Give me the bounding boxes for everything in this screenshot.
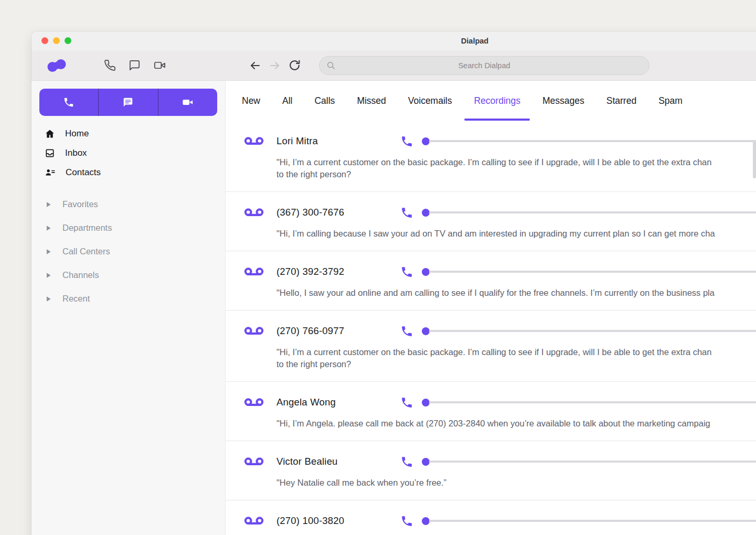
toolbar-actions — [104, 59, 166, 71]
slider-track[interactable] — [429, 461, 756, 463]
recording-row[interactable]: (270) 392-3792 "Hello, I saw your ad onl… — [226, 251, 756, 311]
inbox-icon — [45, 148, 55, 158]
slider-track[interactable] — [429, 520, 756, 522]
tab-calls[interactable]: Calls — [303, 81, 346, 121]
sidebar-section-departments[interactable]: Departments — [31, 216, 225, 240]
slider-thumb[interactable] — [422, 327, 430, 335]
scrollbar-thumb[interactable] — [753, 142, 756, 178]
tab-all[interactable]: All — [271, 81, 303, 121]
slider-thumb[interactable] — [422, 517, 430, 525]
minimize-button[interactable] — [53, 37, 60, 44]
slider-track[interactable] — [429, 330, 756, 332]
slider-track[interactable] — [429, 401, 756, 403]
recording-row[interactable]: (270) 100-3820 "Hi I want to cancel my s… — [226, 500, 756, 535]
recording-row[interactable]: (270) 766-0977 "Hi, I’m a current custom… — [226, 311, 756, 382]
chevron-right-icon — [46, 272, 51, 279]
sidebar-section-recent[interactable]: Recent — [31, 287, 225, 311]
voicemail-icon — [244, 397, 264, 408]
playback-slider[interactable] — [422, 327, 756, 335]
sidebar-section-label: Channels — [62, 270, 99, 280]
slider-track[interactable] — [429, 271, 756, 273]
recording-caller-name: (270) 766-0977 — [276, 325, 400, 337]
dialpad-logo-icon — [46, 58, 67, 73]
call-back-phone-icon[interactable] — [400, 455, 413, 468]
sidebar: Home Inbox Contacts Favorites Department… — [31, 81, 226, 535]
tab-label: Messages — [542, 95, 584, 106]
sidebar-section-call-centers[interactable]: Call Centers — [31, 240, 225, 263]
recording-caller-name: Lori Mitra — [276, 135, 400, 147]
tab-label: Recordings — [474, 95, 520, 106]
phone-icon[interactable] — [104, 59, 116, 71]
slider-thumb[interactable] — [422, 137, 430, 145]
chevron-right-icon — [46, 201, 51, 208]
slider-thumb[interactable] — [422, 209, 430, 217]
inbox-main: NewAllCallsMissedVoicemailsRecordingsMes… — [226, 81, 756, 535]
new-message-button[interactable] — [99, 89, 158, 116]
recording-row[interactable]: (367) 300-7676 "Hi, I’m calling because … — [226, 192, 756, 251]
slider-track[interactable] — [429, 211, 756, 213]
call-back-phone-icon[interactable] — [400, 135, 413, 148]
tab-spam[interactable]: Spam — [647, 81, 694, 121]
refresh-icon[interactable] — [288, 59, 301, 72]
call-back-phone-icon[interactable] — [400, 325, 413, 338]
playback-slider[interactable] — [422, 517, 756, 525]
sidebar-section-favorites[interactable]: Favorites — [31, 192, 225, 216]
back-arrow-icon[interactable] — [248, 59, 262, 72]
new-call-phone-button[interactable] — [39, 89, 99, 116]
sidebar-item-home[interactable]: Home — [31, 124, 225, 143]
zoom-button[interactable] — [65, 37, 71, 44]
playback-slider[interactable] — [422, 137, 756, 145]
video-icon[interactable] — [153, 59, 166, 71]
playback-slider[interactable] — [422, 399, 756, 406]
voicemail-icon — [244, 207, 264, 218]
chat-icon[interactable] — [129, 59, 141, 71]
new-meeting-button[interactable] — [158, 89, 217, 116]
recording-caller-name: Victor Bealieu — [276, 456, 400, 467]
sidebar-nav: Home Inbox Contacts — [31, 124, 225, 182]
voicemail-transcript: "Hi, I’m a current customer on the basic… — [276, 156, 756, 180]
traffic-lights — [41, 37, 71, 44]
call-back-phone-icon[interactable] — [400, 265, 413, 279]
tab-new[interactable]: New — [231, 81, 271, 121]
recordings-list: Lori Mitra "Hi, I’m a current customer o… — [226, 121, 756, 535]
history-navigation — [248, 59, 301, 72]
tab-label: Voicemails — [408, 95, 452, 106]
tab-label: Missed — [357, 95, 386, 106]
slider-thumb[interactable] — [422, 458, 430, 466]
recording-row[interactable]: Angela Wong "Hi, I’m Angela. please call… — [226, 382, 756, 441]
sidebar-item-inbox[interactable]: Inbox — [31, 143, 225, 163]
tab-voicemails[interactable]: Voicemails — [397, 81, 463, 121]
sidebar-item-label: Inbox — [65, 148, 87, 158]
sidebar-item-contacts[interactable]: Contacts — [31, 163, 225, 182]
sidebar-section-channels[interactable]: Channels — [31, 263, 225, 287]
search-bar — [319, 56, 649, 75]
tab-recordings[interactable]: Recordings — [463, 81, 531, 121]
call-back-phone-icon[interactable] — [400, 206, 413, 219]
search-input[interactable] — [320, 57, 649, 74]
recording-caller-name: Angela Wong — [276, 397, 400, 408]
tabs: NewAllCallsMissedVoicemailsRecordingsMes… — [226, 81, 756, 121]
title-bar: Dialpad — [31, 31, 756, 50]
toolbar — [31, 50, 756, 81]
call-back-phone-icon[interactable] — [400, 396, 413, 409]
voicemail-icon — [244, 135, 264, 147]
playback-slider[interactable] — [422, 268, 756, 276]
recording-caller-name: (367) 300-7676 — [276, 207, 400, 218]
recording-row[interactable]: Lori Mitra "Hi, I’m a current customer o… — [226, 121, 756, 192]
tab-label: Starred — [606, 95, 636, 106]
playback-slider[interactable] — [422, 209, 756, 217]
forward-arrow-icon[interactable] — [268, 59, 282, 72]
slider-thumb[interactable] — [422, 268, 430, 276]
close-button[interactable] — [41, 37, 48, 44]
chevron-right-icon — [46, 296, 51, 302]
tab-messages[interactable]: Messages — [531, 81, 595, 121]
slider-track[interactable] — [429, 140, 756, 142]
tab-missed[interactable]: Missed — [346, 81, 397, 121]
call-back-phone-icon[interactable] — [400, 515, 413, 528]
playback-slider[interactable] — [422, 458, 756, 466]
slider-thumb[interactable] — [422, 399, 430, 406]
tab-starred[interactable]: Starred — [595, 81, 647, 121]
recording-row[interactable]: Victor Bealieu "Hey Natalie call me back… — [226, 441, 756, 500]
app-window: Dialpad — [31, 31, 756, 535]
voicemail-transcript: "Hi, I’m Angela. please call me back at … — [276, 418, 756, 430]
